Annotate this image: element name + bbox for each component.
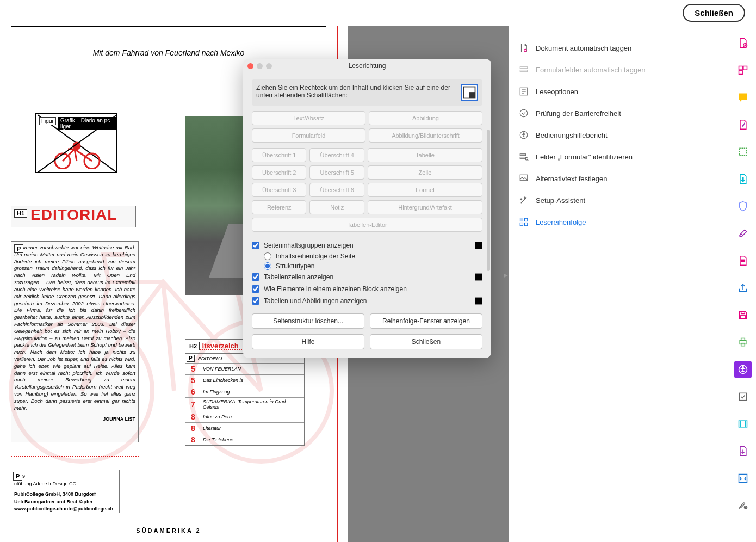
export-pdf-icon[interactable] xyxy=(734,170,752,188)
check-circle-icon xyxy=(518,108,529,119)
check-label: Tabellen und Abbildungen anzeigen xyxy=(264,297,367,305)
dialog-titlebar[interactable]: Leserichtung xyxy=(243,59,491,73)
preflight-icon[interactable] xyxy=(734,388,752,405)
panel-collapse-handle[interactable]: ▶ xyxy=(504,272,509,283)
h5-button[interactable]: Überschrift 5 xyxy=(309,165,364,180)
show-single-block-check[interactable]: Wie Elemente in einem einzelnen Block an… xyxy=(252,283,482,295)
checkbox[interactable] xyxy=(252,273,259,281)
svg-rect-24 xyxy=(525,218,528,221)
stamp-icon[interactable] xyxy=(734,116,752,133)
tool-set-alt-text[interactable]: Alternativtext festlegen xyxy=(514,168,668,189)
tool-reading-options[interactable]: Leseoptionen xyxy=(514,81,668,102)
h2-badge: H2 xyxy=(187,342,200,350)
svg-rect-38 xyxy=(741,338,745,341)
toc-num: 5 xyxy=(185,375,201,386)
h4-button[interactable]: Überschrift 4 xyxy=(309,148,364,162)
page-running-header: Mit dem Fahrrad von Feuerland nach Mexik… xyxy=(0,27,337,63)
redact-icon[interactable] xyxy=(734,252,752,269)
toc-label: SÜDAMERIKA: Temperaturen in Grad Celsius xyxy=(201,398,304,411)
more-tools-icon[interactable] xyxy=(734,497,752,514)
fill-sign-icon[interactable] xyxy=(734,225,752,242)
toc-p-badge: P xyxy=(187,355,195,362)
toc-title: ltsverzeich xyxy=(202,342,239,350)
dialog-instruction-text: Ziehen Sie ein Rechteck um den Inhalt un… xyxy=(256,84,455,99)
editorial-paragraph-box[interactable]: P mir immer vorschwebte war eine Weltrei… xyxy=(11,241,139,442)
close-button[interactable]: Schließen xyxy=(683,4,745,22)
background-artifact-button[interactable]: Hintergrund/Artefakt xyxy=(368,200,482,214)
accessibility-icon[interactable] xyxy=(734,361,752,378)
editorial-body-text: mir immer vorschwebte war eine Weltreise… xyxy=(14,244,135,412)
color-swatch[interactable] xyxy=(475,297,482,305)
color-swatch[interactable] xyxy=(475,242,482,249)
reading-order-dialog: Leserichtung Ziehen Sie ein Rechteck um … xyxy=(243,59,491,358)
dialog-scrollbar[interactable] xyxy=(487,130,490,271)
editorial-heading-box[interactable]: H1 EDITORIAL xyxy=(11,206,136,227)
svg-rect-30 xyxy=(739,66,742,70)
save-icon[interactable] xyxy=(734,306,752,324)
structure-types-radio[interactable]: Strukturtypen xyxy=(252,261,482,271)
tool-label: Bedienungshilfebericht xyxy=(536,131,608,139)
note-button[interactable]: Notiz xyxy=(309,200,364,214)
h6-button[interactable]: Überschrift 6 xyxy=(309,183,364,197)
h1-button[interactable]: Überschrift 1 xyxy=(252,148,306,162)
credit-box[interactable]: P 2019 utübung Adobe InDesign CC PubliCo… xyxy=(11,470,120,513)
tool-reading-order[interactable]: Lesereihenfolge xyxy=(514,211,668,233)
help-button[interactable]: Hilfe xyxy=(252,334,364,349)
show-table-cells-check[interactable]: Tabellenzellen anzeigen xyxy=(252,271,482,283)
action-wizard-icon[interactable] xyxy=(734,442,752,460)
tag-button-row-5: Referenz Notiz Hintergrund/Artefakt xyxy=(252,200,482,214)
javascript-icon[interactable] xyxy=(734,470,752,487)
checkbox[interactable] xyxy=(252,285,259,293)
clear-page-structure-button[interactable]: Seitenstruktur löschen... xyxy=(252,313,364,329)
form-field-button[interactable]: Formularfeld xyxy=(252,128,365,143)
toc-row: 8Die Tiefebene xyxy=(185,434,304,445)
text-paragraph-button[interactable]: Text/Absatz xyxy=(252,111,365,125)
toc-label: Infos zu Peru … xyxy=(201,413,304,421)
alt-text-icon xyxy=(518,173,529,184)
tool-accessibility-report[interactable]: Bedienungshilfebericht xyxy=(514,124,668,146)
tool-label: Formularfelder automatisch taggen xyxy=(536,66,646,74)
dialog-close-button[interactable]: Schließen xyxy=(370,334,482,349)
video-icon[interactable] xyxy=(734,415,752,433)
share-icon[interactable] xyxy=(734,279,752,297)
show-page-content-groups-check[interactable]: Seiteninhaltsgruppen anzeigen xyxy=(252,239,482,251)
organize-pages-icon[interactable] xyxy=(734,61,752,79)
tool-label: Dokument automatisch taggen xyxy=(536,44,631,52)
create-pdf-icon[interactable] xyxy=(734,34,752,52)
radio[interactable] xyxy=(264,252,271,260)
table-button[interactable]: Tabelle xyxy=(368,148,482,162)
table-editor-button[interactable]: Tabellen-Editor xyxy=(252,218,482,232)
figure-caption-button[interactable]: Abbildung/Bildunterschrift xyxy=(369,128,482,143)
figure-artifact-box[interactable]: Figur Grafik – Dlario an po liger xyxy=(35,113,117,173)
cell-button[interactable]: Zelle xyxy=(368,165,482,180)
tool-setup-wizard[interactable]: Setup-Assistent xyxy=(514,189,668,211)
checkbox[interactable] xyxy=(252,242,259,249)
toc-row: 8Literatur xyxy=(185,423,304,434)
bicycle-icon xyxy=(53,139,102,169)
show-tables-figures-check[interactable]: Tabellen und Abbildungen anzeigen xyxy=(252,295,482,307)
color-swatch[interactable] xyxy=(475,273,482,281)
svg-point-4 xyxy=(73,143,80,149)
checkbox[interactable] xyxy=(252,297,259,305)
show-order-panel-button[interactable]: Reihenfolge-Fenster anzeigen xyxy=(370,313,482,329)
formula-button[interactable]: Formel xyxy=(368,183,482,197)
measure-icon[interactable] xyxy=(734,143,752,161)
tool-label: Alternativtext festlegen xyxy=(536,175,608,183)
toc-label: Das Einchecken is xyxy=(201,377,304,384)
reference-button[interactable]: Referenz xyxy=(252,200,306,214)
tag-button-row-3: Überschrift 2 Überschrift 5 Zelle xyxy=(252,165,482,180)
comment-icon[interactable] xyxy=(734,89,752,106)
figure-button[interactable]: Abbildung xyxy=(369,111,482,125)
h2-button[interactable]: Überschrift 2 xyxy=(252,165,306,180)
h3-button[interactable]: Überschrift 3 xyxy=(252,183,306,197)
tool-identify-form-fields[interactable]: Felder „Formular" identifizieren xyxy=(514,146,668,168)
tool-accessibility-check[interactable]: Prüfung der Barrierefreiheit xyxy=(514,102,668,124)
print-icon[interactable] xyxy=(734,334,752,351)
credit-line1: utübung Adobe InDesign CC xyxy=(14,481,116,488)
page-content-order-radio[interactable]: Inhaltsreihenfolge der Seite xyxy=(252,251,482,261)
structure-order-icon[interactable]: 1 xyxy=(461,84,478,101)
tag-button-row-2: Überschrift 1 Überschrift 4 Tabelle xyxy=(252,148,482,162)
tool-auto-tag-document[interactable]: Dokument automatisch taggen xyxy=(514,37,668,59)
radio[interactable] xyxy=(264,262,271,270)
protect-icon[interactable] xyxy=(734,198,752,215)
